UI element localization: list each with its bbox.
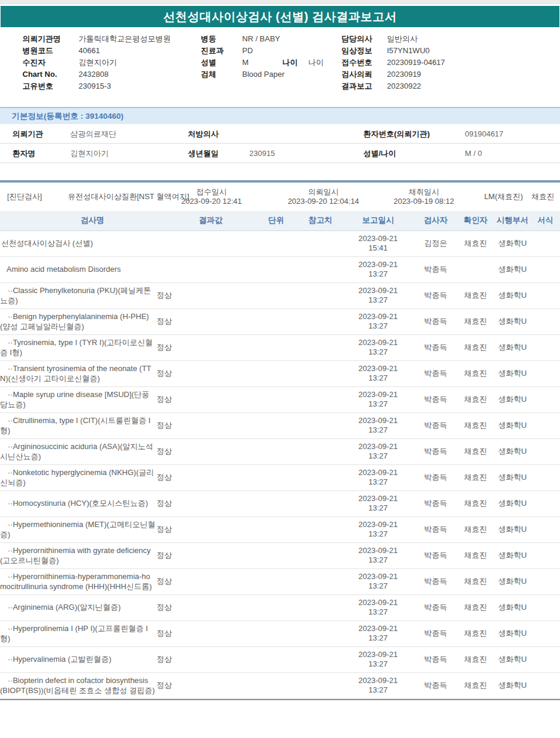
test-name-cell: ··Hyperornithinemia-hyperammonemia-homoc… [0, 568, 157, 594]
report-datetime-cell: 2023-09-21 13:27 [343, 490, 414, 516]
field-ward: 병동NR / BABY [201, 33, 324, 45]
col-header-result: 결과값 [157, 211, 254, 230]
result-row: ··Nonketotic hyperglycinemia (NKHG)(글리신뇌… [0, 464, 560, 490]
test-name-cell: ··Benign hyperphenylalaninemia (H-PHE)(양… [0, 308, 157, 334]
col-header-department: 시행부서 [493, 211, 532, 230]
tester-cell: 박종득 [414, 282, 458, 308]
test-name-cell: ··Classic Phenylketonuria (PKU)(페닐케톤뇨증) [0, 282, 157, 308]
result-value-cell: 정상 [157, 646, 254, 672]
field-sex-age: 성별M나이나이 [201, 57, 324, 69]
sex-age-value: M / 0 [465, 144, 482, 163]
report-time: 13:27 [343, 659, 414, 669]
result-value-cell: 정상 [157, 360, 254, 386]
department-cell: 생화학U [493, 386, 532, 412]
result-value-cell: 정상 [157, 620, 254, 646]
tester-cell: 박종득 [414, 464, 458, 490]
unit-cell [254, 672, 298, 698]
form-cell [532, 646, 560, 672]
field-hospital-code: 병원코드40661 [22, 45, 171, 57]
basic-info-row-1: 의뢰기관 삼광의료재단 처방의사 환자번호(의뢰기관) 091904617 [0, 124, 560, 144]
form-cell [532, 412, 560, 438]
diagnosis-test-strip: [진단검사] 유전성대사이상질환[NST 혈액여지] 접수일시 2023-09-… [0, 183, 560, 211]
result-row: ··Hyperprolinemia I (HP I)(고프롤린혈증 I형) 정상… [0, 620, 560, 646]
clinical-info-value: I57YN1WU0 [387, 46, 429, 55]
department-cell: 생화학U [493, 282, 532, 308]
department-cell: 생화학U [493, 516, 532, 542]
result-value-cell [157, 256, 254, 282]
patient-name-value: 김현지아기 [70, 144, 109, 163]
form-cell [532, 386, 560, 412]
field-unique-no: 고유번호230915-3 [22, 80, 171, 92]
basic-info-row-2: 환자명 김현지아기 생년월일 230915 성별/나이 M / 0 [0, 144, 560, 163]
test-name-cell: ··Argininemia (ARG)(알지닌혈증) [0, 594, 157, 620]
report-datetime-cell: 2023-09-21 13:27 [343, 594, 414, 620]
unit-cell [254, 282, 298, 308]
collection-datetime-label: 채취일시 [372, 187, 476, 197]
form-cell [532, 230, 560, 256]
diagnosis-tag: [진단검사] [7, 183, 42, 211]
report-datetime-cell: 2023-09-21 13:27 [343, 672, 414, 698]
result-value-cell: 정상 [157, 412, 254, 438]
report-date: 2023-09-21 [343, 546, 414, 555]
col-header-tester: 검사자 [414, 211, 458, 230]
form-cell [532, 594, 560, 620]
confirmer-cell: 채효진 [458, 360, 493, 386]
reference-cell [298, 386, 343, 412]
confirmer-cell: 채효진 [458, 672, 493, 698]
results-table: 검사명 결과값 단위 참고치 보고일시 검사자 확인자 시행부서 서식 선천성대… [0, 211, 560, 699]
reference-cell [298, 360, 343, 386]
patient-no-label: 환자번호(의뢰기관) [363, 124, 430, 144]
result-row: ··Classic Phenylketonuria (PKU)(페닐케톤뇨증) … [0, 282, 560, 308]
form-cell [532, 568, 560, 594]
report-datetime-cell: 2023-09-21 13:27 [343, 542, 414, 568]
requesting-org-value: 가톨릭대학교은평성모병원 [79, 34, 171, 43]
prescribing-doctor-label: 처방의사 [188, 124, 219, 144]
report-date: 2023-09-21 [343, 520, 414, 529]
test-name-cell: ··Hyperprolinemia I (HP I)(고프롤린혈증 I형) [0, 620, 157, 646]
report-time: 13:27 [343, 503, 414, 513]
tester-cell: 박종득 [414, 438, 458, 464]
report-time: 13:27 [343, 451, 414, 461]
field-examinee: 수진자김현지아기 [22, 57, 171, 69]
request-datetime: 의뢰일시 2023-09-20 12:04:14 [269, 183, 378, 211]
result-row: ··Citrullinemia, type I (CIT)(시트룰린혈증 I형)… [0, 412, 560, 438]
result-value-cell: 정상 [157, 386, 254, 412]
result-value-cell: 정상 [157, 490, 254, 516]
report-datetime-cell: 2023-09-21 13:27 [343, 308, 414, 334]
report-time: 13:27 [343, 685, 414, 695]
confirmer-cell: 채효진 [458, 568, 493, 594]
result-value-cell [157, 230, 254, 256]
hospital-code-label: 병원코드 [22, 45, 79, 57]
reference-cell [298, 256, 343, 282]
confirmer-cell: 채효진 [458, 516, 493, 542]
result-report-date-label: 결과보고 [341, 80, 387, 92]
col-header-test-name: 검사명 [0, 211, 157, 230]
tester-cell: 박종득 [414, 542, 458, 568]
report-date: 2023-09-21 [343, 572, 414, 581]
department-cell: 생화학U [493, 464, 532, 490]
result-row: ··Homocystinuria (HCY)(호모시스틴뇨증) 정상 2023-… [0, 490, 560, 516]
department-cell: 생화학U [493, 412, 532, 438]
reference-cell [298, 516, 343, 542]
result-value-cell: 정상 [157, 594, 254, 620]
receipt-datetime: 접수일시 2023-09-20 12:41 [164, 183, 259, 211]
request-datetime-value: 2023-09-20 12:04:14 [269, 197, 378, 206]
sex-age-label: 성별/나이 [363, 144, 396, 163]
col-header-form: 서식 [532, 211, 560, 230]
ward-value: NR / BABY [242, 34, 280, 43]
report-time: 13:27 [343, 555, 414, 565]
test-name-cell: ··Maple syrup urine disease [MSUD](단풍당뇨증… [0, 386, 157, 412]
result-value-cell: 정상 [157, 672, 254, 698]
form-cell [532, 516, 560, 542]
report-date: 2023-09-21 [343, 390, 414, 399]
request-datetime-label: 의뢰일시 [269, 187, 378, 197]
report-date: 2023-09-21 [343, 312, 414, 321]
report-title-bar: 선천성대사이상검사 (선별) 검사결과보고서 [1, 6, 559, 27]
doctor-value: 일반의사 [387, 34, 418, 43]
report-date: 2023-09-21 [343, 624, 414, 633]
field-clinical-info: 임상정보I57YN1WU0 [341, 45, 445, 57]
result-value-cell: 정상 [157, 438, 254, 464]
birth-date-label: 생년월일 [188, 144, 219, 163]
reference-cell [298, 594, 343, 620]
tester-cell: 김정은 [414, 230, 458, 256]
